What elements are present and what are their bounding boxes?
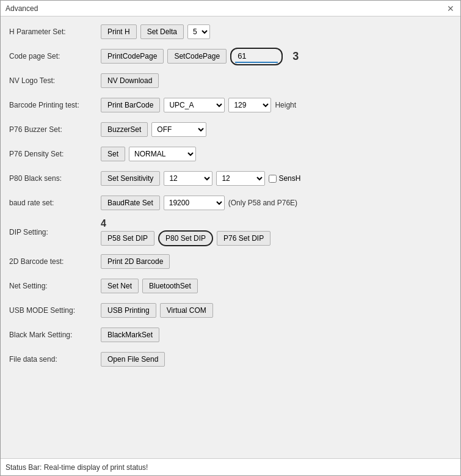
p76-set-dip-btn[interactable]: P76 Set DIP [217,231,270,246]
file-data-send-controls: Open File Send [101,352,165,367]
set-delta-btn[interactable]: Set Delta [140,24,184,39]
nv-logo-test-label: NV Logo Test: [9,76,101,85]
p76-buzzer-set-controls: BuzzerSet OFF ON [101,122,206,137]
h-param-set-controls: Print H Set Delta 5 [101,24,210,39]
file-data-send-row: File data send: Open File Send [9,350,452,368]
print-code-page-btn[interactable]: PrintCodePage [101,49,164,64]
status-bar: Status Bar: Real-time display of print s… [1,458,460,475]
p80-black-sens-row: P80 Black sens: Set Sensitivity 12 12 Se… [9,169,452,188]
print-h-btn[interactable]: Print H [101,24,137,39]
black-mark-setting-controls: BlackMarkSet [101,328,159,342]
content-area: H Parameter Set: Print H Set Delta 5 Cod… [1,16,460,458]
density-select[interactable]: NORMAL LIGHT DARK [129,147,196,161]
code-page-input[interactable] [235,50,278,63]
black-sens-select2[interactable]: 12 [216,171,265,186]
window-title: Advanced [5,4,38,13]
baud-rate-set-label: baud rate set: [9,199,101,207]
set-net-btn[interactable]: Set Net [101,279,139,293]
bluetooth-set-btn[interactable]: BluetoothSet [142,279,198,293]
black-mark-set-btn[interactable]: BlackMarkSet [101,328,159,342]
file-data-send-label: File data send: [9,355,101,364]
barcode-printing-test-label: Barcode Printing test: [9,101,101,109]
nv-logo-test-controls: NV Download [101,73,159,88]
usb-printing-btn[interactable]: USB Printing [101,303,156,318]
usb-mode-setting-row: USB MODE Setting: USB Printing Virtual C… [9,301,452,320]
set-sensitivity-btn[interactable]: Set Sensitivity [101,171,160,186]
nv-download-btn[interactable]: NV Download [101,73,159,88]
code-page-set-controls: PrintCodePage SetCodePage 3 [101,48,299,65]
print-2d-barcode-btn[interactable]: Print 2D Barcode [101,254,170,269]
print-barcode-btn[interactable]: Print BarCode [101,98,160,112]
height-label: Height [275,101,296,109]
usb-mode-setting-label: USB MODE Setting: [9,306,101,315]
open-file-send-btn[interactable]: Open File Send [101,352,165,367]
net-setting-label: Net Setting: [9,282,101,290]
advanced-window: Advanced ✕ H Parameter Set: Print H Set … [0,0,461,476]
barcode-type-select[interactable]: UPC_A [164,98,225,112]
black-sens-select1[interactable]: 12 [164,171,212,186]
dip-setting-label: DIP Setting: [9,228,101,236]
status-bar-text: Status Bar: Real-time display of print s… [5,463,148,472]
h-param-set-label: H Parameter Set: [9,27,101,36]
dip-setting-controls: 4 P58 Set DIP P80 Set DIP P76 Set DIP [101,218,270,246]
p76-density-set-controls: Set NORMAL LIGHT DARK [101,147,196,161]
p80-black-sens-controls: Set Sensitivity 12 12 SensH [101,171,300,186]
usb-mode-setting-controls: USB Printing Virtual COM [101,303,213,318]
baud-note-label: (Only P58 and P76E) [228,199,297,207]
nv-logo-test-row: NV Logo Test: NV Download [9,71,452,90]
p76-buzzer-set-row: P76 Buzzer Set: BuzzerSet OFF ON [9,120,452,139]
h-param-select[interactable]: 5 [187,24,210,39]
sensh-checkbox[interactable] [269,175,277,183]
net-setting-controls: Set Net BluetoothSet [101,279,198,293]
code-page-set-label: Code page Set: [9,52,101,60]
buzzer-set-btn[interactable]: BuzzerSet [101,122,148,137]
black-mark-setting-row: Black Mark Setting: BlackMarkSet [9,326,452,344]
code-page-set-row: Code page Set: PrintCodePage SetCodePage… [9,47,452,65]
2d-barcode-test-label: 2D Barcode test: [9,257,101,266]
close-button[interactable]: ✕ [446,4,456,13]
p76-density-set-row: P76 Density Set: Set NORMAL LIGHT DARK [9,145,452,163]
p80-black-sens-label: P80 Black sens: [9,174,101,183]
h-param-set-row: H Parameter Set: Print H Set Delta 5 [9,23,452,41]
baud-rate-select[interactable]: 19200 [164,196,225,210]
density-set-btn[interactable]: Set [101,147,125,161]
p76-buzzer-set-label: P76 Buzzer Set: [9,125,101,134]
net-setting-row: Net Setting: Set Net BluetoothSet [9,277,452,295]
p58-set-dip-btn[interactable]: P58 Set DIP [101,231,154,246]
annotation-4: 4 [101,218,106,229]
virtual-com-btn[interactable]: Virtual COM [160,303,213,318]
black-mark-setting-label: Black Mark Setting: [9,331,101,339]
annotation-3: 3 [292,50,299,63]
baud-rate-set-btn[interactable]: BaudRate Set [101,196,160,210]
set-code-page-btn[interactable]: SetCodePage [167,49,227,64]
p80-set-dip-btn[interactable]: P80 Set DIP [158,230,213,246]
baud-rate-set-controls: BaudRate Set 19200 (Only P58 and P76E) [101,196,297,210]
baud-rate-set-row: baud rate set: BaudRate Set 19200 (Only … [9,194,452,212]
dip-setting-row: DIP Setting: 4 P58 Set DIP P80 Set DIP P… [9,218,452,246]
barcode-height-select[interactable]: 129 [228,98,271,112]
2d-barcode-test-controls: Print 2D Barcode [101,254,170,269]
title-bar: Advanced ✕ [1,1,460,16]
barcode-printing-test-row: Barcode Printing test: Print BarCode UPC… [9,96,452,114]
barcode-printing-test-controls: Print BarCode UPC_A 129 Height [101,98,296,112]
buzzer-select[interactable]: OFF ON [151,122,206,137]
p76-density-set-label: P76 Density Set: [9,150,101,158]
sensh-label: SensH [269,174,300,183]
code-page-input-wrapper [230,48,283,65]
2d-barcode-test-row: 2D Barcode test: Print 2D Barcode [9,252,452,271]
